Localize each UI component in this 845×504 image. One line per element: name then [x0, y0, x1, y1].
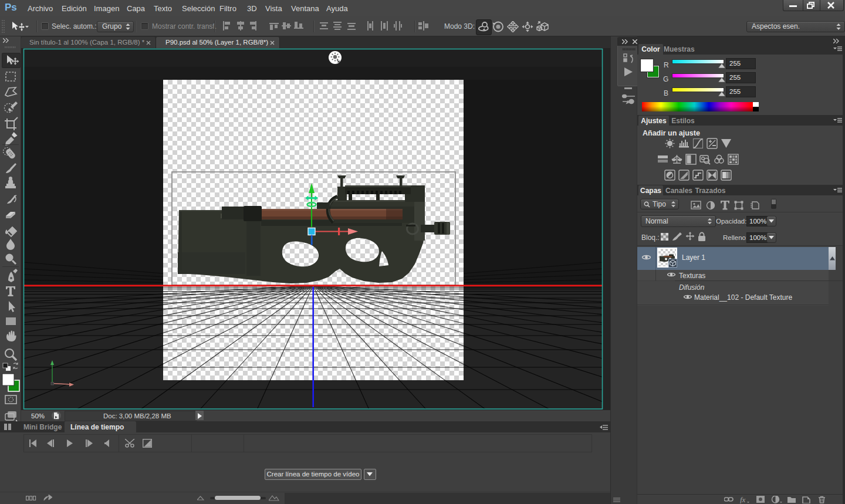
svg-text:fx: fx — [740, 496, 746, 503]
